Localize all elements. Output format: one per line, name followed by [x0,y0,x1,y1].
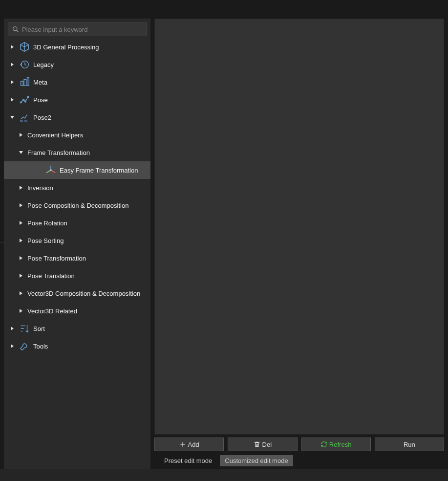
svg-point-21 [50,169,52,171]
sort-icon [19,323,30,334]
chevron-right-icon[interactable] [18,219,24,226]
chevron-right-icon[interactable] [18,255,24,262]
chevron-right-icon[interactable] [9,325,16,332]
add-button[interactable]: Add [154,437,224,451]
chevron-right-icon[interactable] [9,61,16,68]
tree-node-convenient-helpers[interactable]: Convenient Helpers [4,126,150,144]
custom-mode-button[interactable]: Customized edit mode [220,455,293,466]
tree-node-label: Pose Composition & Decomposition [27,202,128,209]
tree-node-pose-translation[interactable]: Pose Translation [4,267,150,284]
tree-node-legacy[interactable]: Legacy [4,56,150,73]
tree-view[interactable]: 3D General Processing Legacy Meta Pose N… [4,38,150,469]
tree-node-3d-general-processing[interactable]: 3D General Processing [4,38,150,56]
pose-icon [19,94,30,106]
svg-marker-25 [20,239,22,242]
svg-line-1 [17,30,19,32]
content-area: Add Del Refresh Run Preset edit mode Cus… [154,19,444,469]
plus-icon [179,441,186,448]
svg-marker-5 [11,80,14,84]
tree-node-sort[interactable]: Sort [4,320,150,337]
tree-node-label: Vector3D Related [27,307,77,315]
tree-node-vector3d-related[interactable]: Vector3D Related [4,302,150,320]
svg-marker-26 [20,256,22,260]
chevron-right-icon[interactable] [18,307,24,314]
tree-node-label: Pose Translation [27,272,75,280]
tree-node-pose2[interactable]: NEW Pose2 [4,109,150,126]
title-bar [0,0,448,15]
svg-marker-22 [20,186,22,190]
chevron-right-icon[interactable] [18,272,24,279]
svg-rect-8 [27,78,29,86]
search-input-container[interactable] [8,22,147,36]
chevron-right-icon[interactable] [18,184,24,191]
svg-marker-28 [20,291,22,295]
preset-mode-button[interactable]: Preset edit mode [159,455,217,466]
tree-node-label: Legacy [33,61,54,68]
tree-node-inversion[interactable]: Inversion [4,179,150,197]
chevron-right-icon[interactable] [9,79,16,86]
chevron-right-icon[interactable] [18,202,24,209]
svg-rect-6 [21,81,23,86]
trash-icon [254,441,260,448]
chevron-down-icon[interactable] [18,149,24,156]
tree-node-label: Vector3D Composition & Decomposition [27,290,140,297]
delete-label: Del [262,441,272,448]
tree-node-label: Meta [33,79,47,86]
tree-node-pose[interactable]: Pose [4,91,150,109]
canvas[interactable] [154,19,444,435]
svg-point-13 [27,96,29,98]
svg-marker-27 [20,274,22,278]
tree-node-label: Pose Transformation [27,255,86,262]
tree-node-pose-rotation[interactable]: Pose Rotation [4,214,150,232]
chevron-right-icon[interactable] [18,237,24,244]
tree-node-meta[interactable]: Meta [4,73,150,91]
tree-node-label: Inversion [27,184,53,192]
refresh-label: Refresh [329,441,352,448]
chevron-down-icon[interactable] [9,114,16,121]
svg-point-0 [13,27,17,31]
chevron-right-icon[interactable] [9,44,16,50]
add-label: Add [188,441,199,448]
delete-button[interactable]: Del [228,437,297,451]
tree-node-vector3d-composition-decomposition[interactable]: Vector3D Composition & Decomposition [4,284,150,302]
tree-node-pose-composition-decomposition[interactable]: Pose Composition & Decomposition [4,197,150,214]
tree-node-label: Tools [33,343,48,350]
chevron-right-icon[interactable] [18,131,24,138]
svg-marker-24 [20,221,22,225]
tree-node-easy-frame-transformation[interactable]: Easy Frame Transformation [4,161,150,179]
run-button[interactable]: Run [375,437,444,451]
tree-node-label: Frame Transformation [27,149,90,156]
search-icon [12,26,19,33]
refresh-icon [320,441,327,448]
svg-marker-2 [11,45,14,49]
svg-marker-34 [11,344,14,348]
tree-node-label: Easy Frame Transformation [60,167,138,174]
splitter-grip[interactable]: ⋮ [0,240,2,244]
svg-marker-17 [19,151,23,154]
tree-node-label: Pose2 [33,114,51,121]
svg-marker-23 [20,203,22,207]
tree-node-pose-sorting[interactable]: Pose Sorting [4,232,150,249]
tree-node-label: Sort [33,325,45,332]
chevron-right-icon[interactable] [18,290,24,297]
tree-node-tools[interactable]: Tools [4,337,150,355]
svg-marker-30 [11,327,14,330]
chevron-right-icon[interactable] [9,343,16,350]
refresh-button[interactable]: Refresh [301,437,371,451]
button-row: Add Del Refresh Run [154,437,444,451]
search-input[interactable] [22,26,142,33]
svg-marker-14 [10,116,14,119]
tree-node-label: Pose [33,96,48,104]
wrench-icon [19,340,30,352]
chevron-right-icon[interactable] [9,96,16,103]
tree-node-frame-transformation[interactable]: Frame Transformation [4,144,150,161]
axes-icon [45,164,57,176]
clock-back-icon [19,59,30,70]
cube3d-icon [19,41,30,53]
svg-marker-3 [11,63,14,66]
tree-node-pose-transformation[interactable]: Pose Transformation [4,249,150,267]
tree-node-label: Pose Sorting [27,237,64,244]
mode-row: Preset edit mode Customized edit mode [154,454,444,469]
main-layout: 3D General Processing Legacy Meta Pose N… [0,15,448,469]
tree-node-label: Pose Rotation [27,219,67,227]
